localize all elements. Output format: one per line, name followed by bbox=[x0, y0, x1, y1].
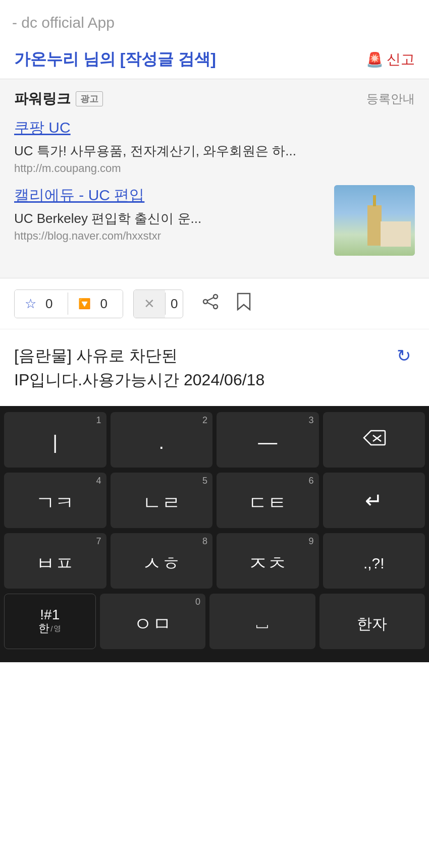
key-dt[interactable]: 6 ㄷㅌ bbox=[217, 473, 319, 528]
key-5-number: 5 bbox=[202, 476, 207, 486]
ad-item-2-thumbnail bbox=[334, 185, 415, 256]
key-3-number: 3 bbox=[308, 415, 313, 426]
ad-tag: 광고 bbox=[76, 91, 103, 106]
han-label: 한 bbox=[38, 621, 49, 636]
ad-item-2-title[interactable]: 캘리에듀 - UC 편입 bbox=[14, 185, 326, 206]
keyboard: 1 | 2 . 3 — 4 ㄱㅋ 5 ㄴㄹ bbox=[0, 406, 429, 662]
vote-up-count: 0 bbox=[40, 296, 58, 312]
key-gk[interactable]: 4 ㄱㅋ bbox=[4, 473, 106, 528]
key-bp-label: ㅂㅍ bbox=[36, 551, 74, 576]
key-jc[interactable]: 9 ㅈㅊ bbox=[217, 533, 319, 589]
app-title: - dc official App bbox=[12, 14, 115, 31]
svg-line-3 bbox=[207, 298, 213, 301]
report-button[interactable]: 🚨 신고 bbox=[366, 50, 415, 69]
key-sh-label: ㅅㅎ bbox=[142, 551, 181, 576]
bookmark-button[interactable] bbox=[228, 287, 260, 320]
slash-label: / bbox=[50, 624, 52, 633]
backspace-key[interactable] bbox=[323, 412, 425, 468]
key-1-label: | bbox=[52, 432, 58, 453]
username-text: 가온누리 님의 [작성글 검색] bbox=[14, 50, 216, 68]
backspace-icon bbox=[362, 429, 386, 451]
key-2-number: 2 bbox=[202, 415, 207, 426]
user-header: 가온누리 님의 [작성글 검색] 🚨 신고 bbox=[0, 36, 429, 79]
ad-register-link[interactable]: 등록안내 bbox=[366, 91, 415, 107]
alert-icon: 🚨 bbox=[366, 51, 384, 68]
key-sh[interactable]: 8 ㅅㅎ bbox=[111, 533, 213, 589]
vote-down-small-count: 0 bbox=[95, 296, 112, 312]
vote-up-button[interactable]: ☆ 0 bbox=[15, 290, 68, 318]
key-7-number: 7 bbox=[96, 536, 101, 547]
space-icon: ⎵ bbox=[256, 611, 268, 632]
eng-label: 영 bbox=[53, 624, 61, 633]
keyboard-row-2: 4 ㄱㅋ 5 ㄴㄹ 6 ㄷㅌ ↵ bbox=[4, 473, 425, 528]
action-bar: ☆ 0 🔽 0 ✕ 0 bbox=[0, 278, 429, 329]
ad-item-1-url: http://m.coupang.com bbox=[14, 162, 415, 175]
key-punct-label: .,?! bbox=[363, 555, 385, 572]
key-1-number: 1 bbox=[96, 415, 101, 426]
key-om-label: ㅇㅁ bbox=[133, 611, 172, 637]
tower-decoration bbox=[367, 205, 382, 246]
ad-brand: 파워링크 광고 bbox=[14, 89, 103, 108]
key-nr[interactable]: 5 ㄴㄹ bbox=[111, 473, 213, 528]
keyboard-row-3: 7 ㅂㅍ 8 ㅅㅎ 9 ㅈㅊ .,?! bbox=[4, 533, 425, 589]
key-2[interactable]: 2 . bbox=[111, 412, 213, 468]
key-jc-label: ㅈㅊ bbox=[248, 551, 287, 576]
key-dt-label: ㄷㅌ bbox=[248, 490, 287, 516]
key-3[interactable]: 3 — bbox=[217, 412, 319, 468]
svg-line-4 bbox=[207, 303, 213, 306]
key-bp[interactable]: 7 ㅂㅍ bbox=[4, 533, 106, 589]
share-icon bbox=[202, 294, 219, 314]
key-3-label: — bbox=[258, 432, 277, 453]
key-1[interactable]: 1 | bbox=[4, 412, 106, 468]
building-decoration bbox=[381, 221, 411, 247]
keyboard-row-4: !#1 한 / 영 0 ㅇㅁ ⎵ 한자 bbox=[4, 594, 425, 649]
like-group: ☆ 0 🔽 0 bbox=[14, 290, 123, 318]
key-space[interactable]: ⎵ bbox=[209, 594, 315, 649]
keyboard-row-1: 1 | 2 . 3 — bbox=[4, 412, 425, 468]
svg-point-0 bbox=[213, 295, 218, 299]
ad-item-1-title[interactable]: 쿠팡 UC bbox=[14, 118, 415, 138]
star-icon: ☆ bbox=[25, 296, 36, 312]
key-hanja[interactable]: 한자 bbox=[319, 594, 425, 649]
share-button[interactable] bbox=[193, 288, 228, 319]
svg-point-1 bbox=[203, 300, 207, 304]
ad-item-1: 쿠팡 UC UC 특가! 사무용품, 전자계산기, 와우회원은 하... htt… bbox=[14, 118, 415, 175]
ad-item-2: 캘리에듀 - UC 편입 UC Berkeley 편입학 출신이 운... ht… bbox=[14, 185, 415, 256]
dislike-group: ✕ 0 bbox=[133, 290, 183, 318]
svg-point-2 bbox=[213, 305, 218, 309]
block-message-area: [음란물] 사유로 차단된IP입니다.사용가능시간 2024/06/18 ↻ bbox=[0, 329, 429, 406]
key-gk-label: ㄱㅋ bbox=[36, 490, 74, 516]
key-4-number: 4 bbox=[96, 476, 101, 486]
ad-item-2-url: https://blog.naver.com/hxxstxr bbox=[14, 229, 326, 243]
ad-item-2-desc: UC Berkeley 편입학 출신이 운... bbox=[14, 210, 326, 227]
key-om[interactable]: 0 ㅇㅁ bbox=[100, 594, 205, 649]
ad-header: 파워링크 광고 등록안내 bbox=[14, 89, 415, 108]
user-title: 가온누리 님의 [작성글 검색] bbox=[14, 48, 216, 71]
key-number-mode[interactable]: !#1 한 / 영 bbox=[4, 594, 96, 649]
ad-box: 파워링크 광고 등록안내 쿠팡 UC UC 특가! 사무용품, 전자계산기, 와… bbox=[0, 79, 429, 278]
dislike-button[interactable]: ✕ bbox=[134, 290, 165, 318]
dislike-count: 0 bbox=[166, 296, 183, 312]
key-8-number: 8 bbox=[202, 536, 207, 547]
key-2-label: . bbox=[158, 432, 164, 453]
refresh-button[interactable]: ↻ bbox=[393, 343, 415, 368]
enter-key[interactable]: ↵ bbox=[323, 473, 425, 528]
top-bar: - dc official App bbox=[0, 0, 429, 36]
enter-icon: ↵ bbox=[365, 488, 383, 513]
refresh-icon: ↻ bbox=[397, 346, 411, 365]
key-6-number: 6 bbox=[308, 476, 313, 486]
thumbnail-image bbox=[334, 185, 415, 256]
x-icon: ✕ bbox=[144, 296, 155, 312]
key-hanja-label: 한자 bbox=[357, 614, 387, 634]
ad-item-2-text: 캘리에듀 - UC 편입 UC Berkeley 편입학 출신이 운... ht… bbox=[14, 185, 326, 243]
key-0-number: 0 bbox=[195, 597, 200, 607]
key-9-number: 9 bbox=[308, 536, 313, 547]
down-small-icon: 🔽 bbox=[78, 298, 91, 310]
ad-item-1-desc: UC 특가! 사무용품, 전자계산기, 와우회원은 하... bbox=[14, 142, 415, 160]
block-text: [음란물] 사유로 차단된IP입니다.사용가능시간 2024/06/18 bbox=[14, 343, 393, 392]
bookmark-icon bbox=[237, 293, 251, 315]
vote-down-small-button[interactable]: 🔽 0 bbox=[68, 290, 122, 318]
key-nr-label: ㄴㄹ bbox=[142, 490, 181, 516]
key-punct[interactable]: .,?! bbox=[323, 533, 425, 589]
